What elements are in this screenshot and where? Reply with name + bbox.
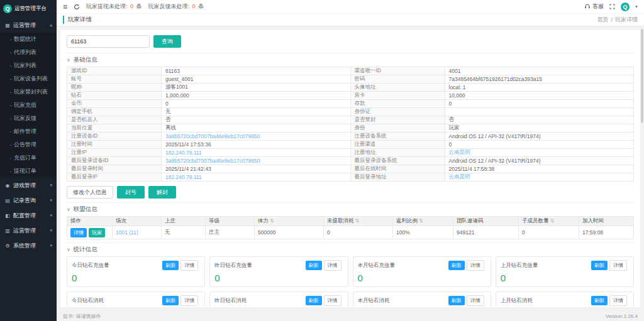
refresh-button[interactable]: 刷新 [591,261,608,270]
info-value: 2025/11/4 17:58:38 [445,165,634,173]
alliance-player-button[interactable]: 玩家 [89,228,105,237]
refresh-button[interactable]: 刷新 [162,261,179,270]
sidebar-item-label: 玩家禁封列表 [14,88,48,96]
notice-withdraw-pending[interactable]: 玩家提现未处理: 0 条 [86,3,142,11]
unban-button[interactable]: 解封 [148,186,176,199]
section-stats-title[interactable]: ∨ 统计信息 [67,242,634,256]
column-header[interactable]: 加入时间 [579,217,634,226]
sort-icon[interactable]: ⇅ [419,218,423,224]
info-label: 绑定手机 [67,108,162,116]
sidebar-item-label: 邮件管理 [14,128,36,136]
sidebar-item[interactable]: •玩家设备列表 [0,72,57,85]
column-header[interactable]: 返利比例⇅ [393,217,453,226]
breadcrumb-current: 玩家详情 [615,16,638,24]
sidebar-item[interactable]: •玩家禁封列表 [0,85,57,99]
detail-button[interactable]: 详情 [609,260,627,271]
refresh-button[interactable]: 刷新 [448,296,465,305]
info-value-link[interactable]: 3a8b5720cbd7007ba46e9eb17c079650 [165,133,260,139]
ban-button[interactable]: 封号 [117,186,145,199]
alliance-cell: 0 [324,226,393,239]
detail-button[interactable]: 详情 [180,260,198,271]
info-value-link[interactable]: 3a8b5720cbd7007ba46e9eb17c079650 [165,158,260,164]
column-header[interactable]: 团队邀请码 [453,217,519,226]
sidebar-item[interactable]: •玩家充值 [0,99,57,112]
sidebar-group[interactable]: ⚙系统管理▾ [0,238,57,253]
sidebar-group[interactable]: ▥运营管理▾ [0,223,57,238]
avatar[interactable]: Q [621,3,630,11]
column-header[interactable]: 操作 [67,217,113,226]
customer-service-button[interactable]: 客服 [584,3,604,11]
info-row: 金币0存款0 [67,100,634,108]
info-label: 注册地址 [350,149,445,157]
room-link[interactable]: 1001 (11) [116,229,138,236]
scrollbar-thumb[interactable] [641,29,643,123]
sidebar-group[interactable]: ▦运营管理▴ [0,18,57,33]
column-header[interactable]: 体力⇅ [255,217,324,226]
sidebar-item-label: 玩家充值 [14,101,36,109]
detail-button[interactable]: 详情 [324,260,341,271]
sidebar-item[interactable]: •代理列表 [0,46,57,59]
info-value-link[interactable]: 182.240.79.111 [165,174,202,180]
detail-button[interactable]: 详情 [467,260,484,271]
column-header[interactable]: 子成员数量⇅ [519,217,579,226]
search-button[interactable]: 查询 [153,35,181,48]
sidebar-item[interactable]: •充值订单 [0,151,57,165]
breadcrumb-home[interactable]: 首页 [597,16,608,24]
refresh-button[interactable]: 刷新 [306,296,322,305]
sidebar-group[interactable]: ▤记录查询▾ [0,193,57,208]
sort-icon[interactable]: ⇅ [270,218,274,224]
column-header[interactable]: 未提取消耗⇅ [324,217,393,226]
info-value: 离线 [162,124,351,133]
edit-profile-button[interactable]: 修改个人信息 [67,186,113,199]
column-header-label: 加入时间 [582,217,604,224]
sidebar-item[interactable]: •数据统计 [0,33,57,46]
player-id-input[interactable] [67,35,150,48]
stat-card-title: 本月钻石消耗 [358,297,448,305]
info-label: 房卡 [350,92,445,100]
refresh-button[interactable]: 刷新 [306,261,322,270]
user-menu-caret-icon[interactable]: ▾ [635,4,638,9]
section-basic-title[interactable]: ∨ 基础信息 [67,53,634,67]
sidebar-item[interactable]: •公告管理 [0,138,57,151]
fullscreen-icon[interactable] [609,4,615,9]
info-value: 否 [162,116,351,124]
column-header-label: 体力 [258,217,269,224]
sidebar-item[interactable]: •玩家列表 [0,59,57,72]
info-label: 注册设备系统 [350,133,445,141]
menu-dot-icon: • [10,64,11,68]
info-value-link[interactable]: 云南昆明 [449,149,470,155]
sort-icon[interactable]: ⇅ [550,218,555,224]
info-value-link[interactable]: 云南昆明 [449,173,470,180]
menu-dot-icon: • [10,38,11,41]
collapse-menu-icon[interactable]: ≡ [63,3,67,11]
sidebar-item-label: 公告管理 [14,141,36,149]
sidebar-group[interactable]: ◉游戏管理▾ [0,178,57,193]
sidebar-item-label: 玩家列表 [14,62,36,70]
brand-logo-icon: Q [3,4,12,13]
refresh-button[interactable]: 刷新 [162,296,179,305]
detail-button[interactable]: 详情 [324,295,341,306]
column-header[interactable]: 等级 [206,217,255,226]
alliance-detail-button[interactable]: 详情 [70,228,87,237]
sidebar-item[interactable]: •提现订单 [0,165,57,178]
info-label: 头像地址 [350,84,445,92]
sidebar-item[interactable]: •邮件管理 [0,125,57,138]
detail-button[interactable]: 详情 [467,295,484,306]
info-value: 0 [445,100,634,108]
column-header[interactable]: 场次 [113,217,162,226]
column-header-label: 团队邀请码 [457,217,484,224]
refresh-button[interactable]: 刷新 [448,261,465,270]
sidebar-group[interactable]: ◧配置管理▾ [0,208,57,223]
sidebar-item-label: 玩家反馈 [14,114,36,122]
refresh-icon[interactable] [74,4,80,10]
sort-icon[interactable]: ⇅ [355,218,360,224]
sidebar-item[interactable]: •玩家反馈 [0,112,57,125]
notice-feedback-pending[interactable]: 玩家反馈未处理: 0 条 [148,3,204,11]
column-header[interactable]: 上庄 [162,217,206,226]
section-alliance-title[interactable]: ∨ 联盟信息 [67,202,634,216]
refresh-button[interactable]: 刷新 [591,296,608,305]
detail-button[interactable]: 详情 [609,295,627,306]
notice-unit: 条 [136,3,142,9]
detail-button[interactable]: 详情 [180,295,198,306]
info-value-link[interactable]: 182.240.79.111 [165,150,202,156]
